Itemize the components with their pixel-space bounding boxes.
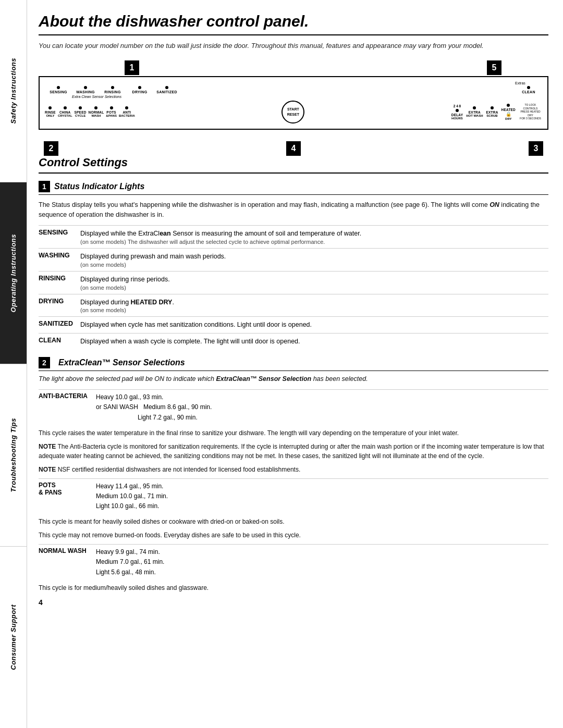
pots-light: Light 10.0 gal., 66 min. <box>96 501 168 511</box>
drying-label: DRYING <box>39 298 80 305</box>
start-reset-label: STARTRESET <box>287 107 299 116</box>
start-reset-button[interactable]: STARTRESET <box>282 101 304 124</box>
panel-light-clean: CLEAN <box>515 86 542 94</box>
panel-buttons-row: RINSE ONLY CHINA CRYSTAL SPEED CYCLE <box>45 101 542 124</box>
panel-diagram: SENSING WASHING RINSING DRYING <box>39 76 548 130</box>
normal-values: Heavy 9.9 gal., 74 min. Medium 7.0 gal.,… <box>96 547 164 577</box>
washing-text: Displayed during prewash and main wash p… <box>80 252 226 262</box>
panel-number-5: 5 <box>487 60 501 75</box>
section-1-title: Status Indicator Lights <box>54 182 144 191</box>
speed-dot <box>79 106 82 109</box>
sensing-label: SENSING <box>39 229 80 236</box>
sidebar-safety: Safety Instructions <box>0 0 27 182</box>
panel-number-2: 2 <box>44 141 58 156</box>
panel-diagram-wrapper: 1 5 SENSING WASHING <box>39 60 548 156</box>
extra-clean-label: Extra Clean Sensor Selections <box>72 95 542 98</box>
anti-bacteria-light: Light 7.2 gal., 90 min. <box>96 413 212 423</box>
clean-text: Displayed when a wash cycle is complete.… <box>80 337 548 347</box>
panel-btn-speed[interactable]: SPEED CYCLE <box>75 106 87 117</box>
lock-icon: 🔒 <box>506 112 511 117</box>
section-2-header: 2 ExtraClean™ Sensor Selections <box>39 357 548 371</box>
on-bold: ON <box>489 201 499 208</box>
page-number: 4 <box>39 598 43 607</box>
sanitized-text: Displayed when cycle has met sanitizatio… <box>80 320 548 330</box>
section-1-header: 1 Status Indicator Lights <box>39 181 548 195</box>
panel-btn-extra-scrub[interactable]: EXTRA SCRUB <box>486 106 498 117</box>
anti-bacteria-values: Heavy 10.0 gal., 93 min. or SANI WASH Me… <box>96 392 212 423</box>
sidebar-consumer-label: Consumer Support <box>9 604 17 670</box>
washing-dot <box>84 86 87 89</box>
pots-label-col: POTS & PANS <box>39 482 96 496</box>
anti-bacteria-medium: or SANI WASH Medium 8.6 gal., 90 min. <box>96 402 212 412</box>
china-dot <box>64 106 67 109</box>
sidebar-consumer: Consumer Support <box>0 547 27 729</box>
drying-dot <box>138 86 141 89</box>
sensing-dot <box>57 86 60 89</box>
sidebar: Safety Instructions Operating Instructio… <box>0 0 27 728</box>
rinsing-text-col: Displayed during rinse periods. (on some… <box>80 275 170 291</box>
rinsing-text: Displayed during rinse periods. <box>80 275 170 285</box>
drying-text: Displayed during HEATED DRY. <box>80 298 174 307</box>
normal-medium: Medium 7.0 gal., 61 min. <box>96 557 164 567</box>
normal-wash-label: NORMAL WASH <box>39 547 96 554</box>
anti-bacteria-label: ANTI-BACTERIA <box>39 392 96 400</box>
sanitized-dot <box>165 86 168 89</box>
panel-light-drying: DRYING <box>126 86 153 94</box>
extras-label: Extras <box>515 81 525 85</box>
panel-btn-delay[interactable]: 2 4 8 DELAY HOURS <box>451 104 463 120</box>
extra-scrub-dot <box>491 106 494 109</box>
section-1-number: 1 <box>39 181 50 192</box>
sensing-text: Displayed while the ExtraClean Sensor is… <box>80 229 361 239</box>
panel-light-washing: WASHING <box>72 86 99 94</box>
pots-values: Heavy 11.4 gal., 95 min. Medium 10.0 gal… <box>96 482 168 512</box>
panel-light-rinsing: RINSING <box>99 86 126 94</box>
extra-clean-bold: ExtraClean™ Sensor Selection <box>216 375 311 382</box>
status-row-rinsing: RINSING Displayed during rinse periods. … <box>39 271 548 294</box>
rinsing-dot <box>111 86 114 89</box>
section-2-subtitle: The light above the selected pad will be… <box>39 374 548 384</box>
extra-hot-dot <box>473 106 476 109</box>
delay-dot <box>456 109 459 112</box>
rinsing-label: RINSING <box>39 275 80 282</box>
panel-btn-heated-dry[interactable]: HEATED 🔒 DRY <box>501 104 516 120</box>
status-row-drying: DRYING Displayed during HEATED DRY. (on … <box>39 294 548 317</box>
sidebar-troubleshooting-label: Troubleshooting Tips <box>9 418 17 492</box>
anti-dot <box>125 106 128 109</box>
sidebar-operating: Operating Instructions <box>0 182 27 365</box>
sanitized-label: SANITIZED <box>39 320 80 327</box>
clean-label: CLEAN <box>39 337 80 344</box>
lock-text: TO LOCK CONTROLS PRESS HEATED DRY FOR 3 … <box>519 103 542 120</box>
panel-number-4: 4 <box>286 141 301 156</box>
panel-right-section: 2 4 8 DELAY HOURS EXTRA HOT WASH EX <box>451 103 542 120</box>
pots-note2: This cycle may not remove burned-on food… <box>39 530 548 540</box>
normal-note: This cycle is for medium/heavily soiled … <box>39 583 548 593</box>
panel-btn-pots[interactable]: POTS &PANS <box>106 106 117 117</box>
lock-text-block: TO LOCK CONTROLS PRESS HEATED DRY FOR 3 … <box>519 103 542 120</box>
panel-btn-extra-hot[interactable]: EXTRA HOT WASH <box>466 106 483 117</box>
panel-number-3: 3 <box>529 141 543 156</box>
clean-dot <box>527 86 530 89</box>
washing-text-col: Displayed during prewash and main wash p… <box>80 252 226 268</box>
anti-bacteria-heavy: Heavy 10.0 gal., 93 min. <box>96 392 212 402</box>
wash-row-pots: POTS & PANS Heavy 11.4 gal., 95 min. Med… <box>39 478 548 514</box>
panel-btn-normal[interactable]: NORMAL WASH <box>89 106 104 117</box>
status-row-sensing: SENSING Displayed while the ExtraClean S… <box>39 225 548 248</box>
status-row-washing: WASHING Displayed during prewash and mai… <box>39 248 548 271</box>
pots-label: POTS <box>39 482 96 489</box>
pots-medium: Medium 10.0 gal., 71 min. <box>96 491 168 501</box>
panel-btn-anti[interactable]: ANTI BACTERIA <box>119 106 135 117</box>
panel-btn-china[interactable]: CHINA CRYSTAL <box>58 106 72 117</box>
section-2-number: 2 <box>39 357 50 368</box>
panel-btn-rinse[interactable]: RINSE ONLY <box>45 106 56 117</box>
anti-bacteria-note1: This cycle raises the water temperature … <box>39 428 548 438</box>
page-number-row: 4 <box>39 598 548 607</box>
sidebar-safety-label: Safety Instructions <box>9 58 17 124</box>
pans-label: & PANS <box>39 489 96 496</box>
control-settings-title: Control Settings <box>39 156 548 174</box>
status-row-sanitized: SANITIZED Displayed when cycle has met s… <box>39 316 548 333</box>
anti-bacteria-note3: NOTE NSF certified residential dishwashe… <box>39 465 548 474</box>
sidebar-operating-label: Operating Instructions <box>9 234 17 312</box>
intro-text: You can locate your model number on the … <box>39 41 548 51</box>
normal-light: Light 5.6 gal., 48 min. <box>96 567 164 577</box>
sensing-subtext: (on some models) The dishwasher will adj… <box>80 239 361 245</box>
